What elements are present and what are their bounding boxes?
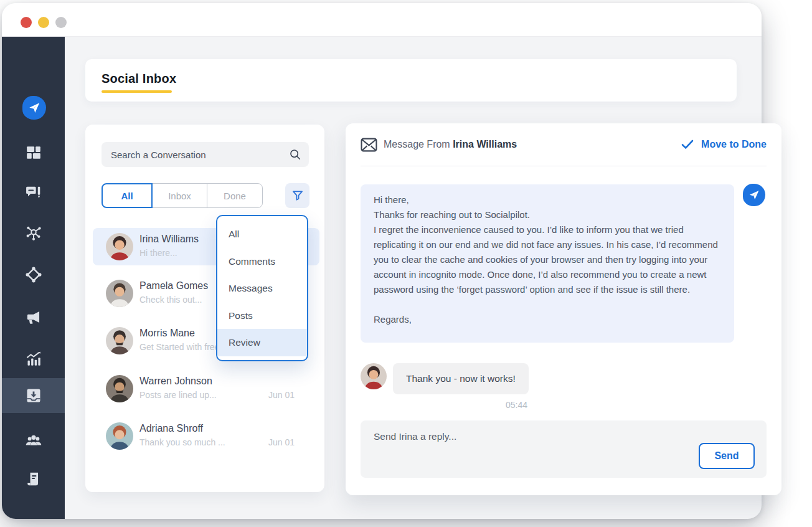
conversation-date: Jun 01 xyxy=(268,390,295,400)
search-input[interactable] xyxy=(111,142,285,167)
envelope-icon xyxy=(361,138,377,152)
socialpilot-avatar-icon xyxy=(743,184,765,206)
title-underline xyxy=(102,90,172,93)
conversation-preview: Posts are lined up... xyxy=(139,390,217,400)
conversation-preview: Get Started with free... xyxy=(139,342,227,352)
search-box[interactable] xyxy=(102,142,309,167)
filter-option-all[interactable]: All xyxy=(217,221,307,248)
conversation-name: Adriana Shroff xyxy=(139,423,203,434)
conversation-name: Pamela Gomes xyxy=(139,280,208,292)
tab-all[interactable]: All xyxy=(102,183,153,208)
message-from-prefix: Message From xyxy=(384,139,450,150)
message-paragraph: I regret the inconvenience caused to you… xyxy=(374,222,721,297)
analytics-chart-icon xyxy=(25,351,42,368)
message-signoff: Regards, xyxy=(374,312,721,327)
message-body-bubble: Hi there, Thanks for reaching out to Soc… xyxy=(361,184,734,343)
sidebar-item-posts[interactable] xyxy=(2,175,65,210)
collaboration-diamond-icon xyxy=(25,266,42,283)
conversation-row-warren[interactable]: Warren Johnson Posts are lined up... Jun… xyxy=(93,370,319,407)
message-intro-line: Thanks for reaching out to Socialpilot. xyxy=(374,207,721,222)
message-sender-name: Irina Williams xyxy=(453,139,517,150)
conversation-name: Irina Williams xyxy=(139,234,199,245)
conversation-date: Jun 01 xyxy=(268,437,295,447)
move-to-done-label: Move to Done xyxy=(701,139,767,150)
message-from-label: Message From Irina Williams xyxy=(384,139,517,150)
page-header-card: Social Inbox xyxy=(85,59,737,102)
sidebar-item-analytics[interactable] xyxy=(2,341,65,376)
conversation-row-adriana[interactable]: Adriana Shroff Thank you so much ... Jun… xyxy=(93,417,319,455)
page-title: Social Inbox xyxy=(102,72,176,86)
maximize-window-button[interactable] xyxy=(55,17,67,28)
sidebar xyxy=(2,37,65,519)
customer-reply-row: Thank you - now it works! xyxy=(361,363,767,394)
filter-option-review[interactable]: Review xyxy=(217,329,307,356)
conversation-name: Warren Johnson xyxy=(139,376,212,387)
reply-input[interactable] xyxy=(374,431,673,468)
checkmark-icon xyxy=(681,140,694,150)
sidebar-item-connect[interactable] xyxy=(2,216,65,250)
tab-inbox[interactable]: Inbox xyxy=(153,183,207,208)
avatar-irina-reply xyxy=(361,363,387,389)
send-button[interactable]: Send xyxy=(699,443,755,469)
socialpilot-logo-icon[interactable] xyxy=(22,96,46,120)
sidebar-item-dashboard[interactable] xyxy=(2,135,65,170)
minimize-window-button[interactable] xyxy=(38,17,49,28)
conversation-tabs: All Inbox Done xyxy=(102,183,263,208)
window-titlebar xyxy=(2,3,762,37)
reply-composer[interactable]: Send xyxy=(361,420,767,478)
search-icon[interactable] xyxy=(289,148,301,163)
funnel-icon xyxy=(291,189,304,202)
avatar-warren xyxy=(106,375,133,402)
avatar-adriana xyxy=(106,422,133,450)
sidebar-item-social-inbox[interactable] xyxy=(2,378,65,413)
content-document-icon xyxy=(26,471,42,487)
sidebar-item-team[interactable] xyxy=(2,423,65,458)
sidebar-item-promote[interactable] xyxy=(2,300,65,335)
move-to-done-button[interactable]: Move to Done xyxy=(681,139,767,150)
message-greeting: Hi there, xyxy=(374,192,721,207)
close-window-button[interactable] xyxy=(21,17,32,28)
filter-option-posts[interactable]: Posts xyxy=(217,302,307,330)
conversation-name: Morris Mane xyxy=(139,328,195,339)
filter-button[interactable] xyxy=(285,183,309,208)
avatar-pamela xyxy=(106,280,133,307)
sidebar-item-collaborate[interactable] xyxy=(2,257,65,292)
conversation-preview: Check this out... xyxy=(139,295,202,305)
screenshot-stage: Social Inbox All Inbox Done Irina Willia… xyxy=(0,0,812,527)
customer-reply-bubble: Thank you - now it works! xyxy=(393,363,529,394)
filter-dropdown-menu: All Comments Messages Posts Review xyxy=(216,215,308,361)
dashboard-grid-icon xyxy=(26,145,42,161)
network-share-icon xyxy=(25,224,42,242)
social-inbox-tray-icon xyxy=(25,387,42,404)
megaphone-icon xyxy=(25,309,42,326)
filter-option-messages[interactable]: Messages xyxy=(217,275,307,302)
tab-done[interactable]: Done xyxy=(207,183,263,208)
reply-timestamp: 05:44 xyxy=(393,400,534,410)
posts-chat-pencil-icon xyxy=(25,184,42,201)
message-panel: Message From Irina Williams Move to Done… xyxy=(346,123,781,495)
team-members-icon xyxy=(25,432,42,449)
conversation-preview: Thank you so much ... xyxy=(139,437,225,447)
avatar-morris xyxy=(106,327,133,354)
conversation-preview: Hi there... xyxy=(139,248,177,258)
sidebar-item-content[interactable] xyxy=(2,462,65,496)
message-header: Message From Irina Williams Move to Done xyxy=(361,123,767,166)
avatar-irina xyxy=(106,233,133,260)
filter-option-comments[interactable]: Comments xyxy=(217,248,307,275)
